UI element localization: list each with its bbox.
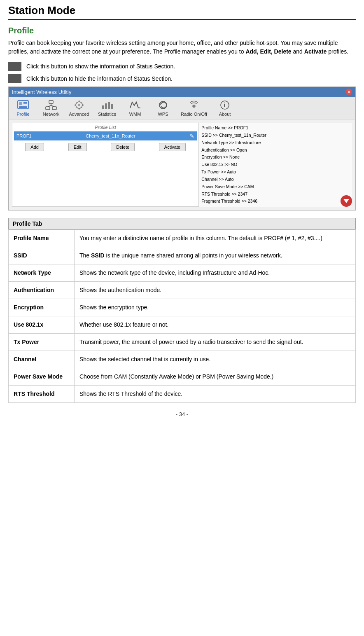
wps-icon [156,99,170,111]
toolbar-advanced[interactable]: Advanced [69,99,89,117]
info-power-save-mode: Power Save Mode >> CAM [201,183,350,191]
table-row: Network TypeShows the network type of th… [9,264,356,282]
toolbar-profile[interactable]: Profile [13,99,33,117]
info-rts-threshold: RTS Threshold >> 2347 [201,191,350,198]
table-row-label: Power Save Mode [9,368,75,386]
info-rts-threshold-text: RTS Threshold >> 2347 [201,191,247,198]
svg-rect-3 [19,102,22,105]
info-encryption-text: Encryption >> None [201,154,240,161]
toolbar-wmm-label: WMM [129,112,141,117]
table-row: Power Save ModeChoose from CAM (Constant… [9,368,356,386]
info-authentication-text: Authentication >> Open [201,147,247,154]
toolbar-radio[interactable]: Radio On/Off [181,99,207,117]
svg-point-15 [78,104,80,106]
page-title: Station Mode [8,4,356,20]
info-channel: Channel >> Auto [201,176,350,183]
toolbar-statistics-label: Statistics [98,112,116,117]
profile-list-title: Profile List [14,125,197,130]
show-status-row: Click this button to show the informatio… [8,62,356,71]
table-row: Use 802.1xWhether use 802.1x feature or … [9,316,356,334]
toolbar-about[interactable]: i About [215,99,235,117]
window-titlebar: Intelligent Wireless Utiltiy ✕ [9,87,355,97]
activate-button[interactable]: Activate [159,143,186,151]
toolbar-wps-label: WPS [158,112,168,117]
profile-table: Profile NameYou may enter a distinctive … [8,229,356,403]
table-row-value: Shows the selected channel that is curre… [75,351,356,368]
table-row-label: Tx Power [9,334,75,351]
table-row-label: Network Type [9,264,75,282]
toolbar-about-label: About [219,112,231,117]
table-row-label: Encryption [9,299,75,316]
info-authentication: Authentication >> Open [201,147,350,154]
info-use-8021x-text: Use 802.1x >> NO [201,161,237,168]
intro-bold-1: Add, Edit, Delete [245,48,291,55]
table-row-value: Whether use 802.1x feature or not. [75,316,356,334]
table-row-value: Shows the RTS Threshold of the device. [75,386,356,403]
table-row-label: Authentication [9,282,75,299]
toolbar-statistics[interactable]: Statistics [97,99,117,117]
table-row: SSIDThe SSID is the unique name shared a… [9,247,356,264]
info-channel-text: Channel >> Auto [201,176,233,183]
svg-text:i: i [224,102,225,108]
table-row-label: Channel [9,351,75,368]
window-close-button[interactable]: ✕ [345,89,352,95]
toolbar-wmm[interactable]: WMM [125,99,145,117]
show-arrow-icon[interactable] [8,62,21,71]
advanced-icon [72,99,86,111]
svg-rect-10 [52,107,56,110]
toolbar-network[interactable]: Network [41,99,61,117]
info-use-8021x: Use 802.1x >> NO [201,161,350,168]
info-network-type: Network Type >> Infrastructure [201,139,350,147]
window-title: Intelligent Wireless Utiltiy [12,89,72,95]
add-button[interactable]: Add [25,143,44,151]
section-title: Profile [8,26,356,35]
table-row: AuthenticationShows the authentication m… [9,282,356,299]
profile-edit-icon[interactable]: ✎ [189,133,194,139]
edit-button[interactable]: Edit [68,143,87,151]
profile-list-panel: Profile List PROF1 Cherry_test_11n_Route… [12,123,199,207]
toolbar-wps[interactable]: WPS [153,99,173,117]
wmm-icon [128,99,142,111]
info-tx-power-text: Tx Power >> Auto [201,168,236,176]
table-row-value: Transmit power, the amount of power used… [75,334,356,351]
table-row-value: Shows the authentication mode. [75,282,356,299]
info-ssid-text: SSID >> Cherry_test_11n_Router [201,132,266,139]
profile-info-panel: Profile Name >> PROF1 SSID >> Cherry_tes… [199,123,352,207]
info-ssid: SSID >> Cherry_test_11n_Router [201,132,350,139]
svg-rect-20 [102,105,104,109]
table-row: Tx PowerTransmit power, the amount of po… [9,334,356,351]
svg-rect-22 [108,102,110,109]
info-power-save-mode-text: Power Save Mode >> CAM [201,183,254,191]
table-row-label: Use 802.1x [9,316,75,334]
svg-rect-8 [49,101,53,103]
network-icon [44,99,58,111]
window-body: Profile List PROF1 Cherry_test_11n_Route… [9,119,355,210]
table-row-value: You may enter a distinctive name of prof… [75,230,356,247]
table-row-label: Profile Name [9,230,75,247]
info-tx-power: Tx Power >> Auto [201,168,350,176]
app-window: Intelligent Wireless Utiltiy ✕ Profile [8,87,356,210]
toolbar-advanced-label: Advanced [69,112,89,117]
table-row: ChannelShows the selected channel that i… [9,351,356,368]
svg-rect-21 [105,103,107,109]
info-profile-name-text: Profile Name >> PROF1 [201,124,248,132]
radio-icon [187,99,201,111]
svg-marker-0 [10,63,19,70]
svg-rect-23 [111,104,113,109]
intro-paragraph: Profile can book keeping your favorite w… [8,39,356,56]
table-row: Profile NameYou may enter a distinctive … [9,230,356,247]
delete-button[interactable]: Delete [111,143,135,151]
intro-bold-2: Activate [304,48,327,55]
info-network-type-text: Network Type >> Infrastructure [201,139,261,147]
hide-arrow-icon[interactable] [8,74,21,83]
info-encryption: Encryption >> None [201,154,350,161]
toolbar-radio-label: Radio On/Off [181,112,207,117]
table-row-value: Shows the network type of the device, in… [75,264,356,282]
profile-list-item[interactable]: PROF1 Cherry_test_11n_Router ✎ [14,131,197,140]
profile-icon [16,99,30,111]
intro-text-mid: and [292,48,304,55]
table-row: RTS ThresholdShows the RTS Threshold of … [9,386,356,403]
profile-item-name: PROF1 [16,133,32,138]
info-fragment-threshold-text: Fragment Threshold >> 2346 [201,198,257,205]
window-toolbar: Profile Network [9,97,355,119]
